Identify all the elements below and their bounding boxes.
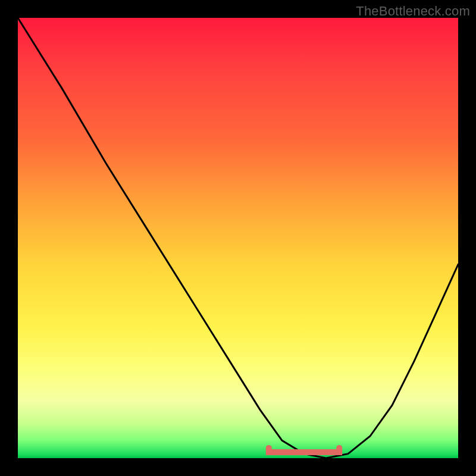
chart-stage: TheBottleneck.com <box>0 0 476 476</box>
plot-area <box>18 18 458 458</box>
optimal-range-marker <box>269 448 339 452</box>
watermark-text: TheBottleneck.com <box>356 4 470 19</box>
marker-layer <box>18 18 458 458</box>
